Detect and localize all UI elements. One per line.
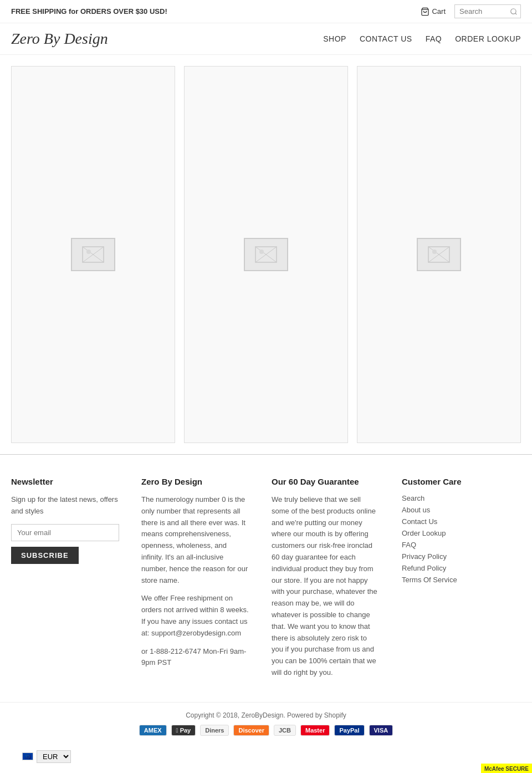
about-paragraph3: or 1-888-212-6747 Mon-Fri 9am-9pm PST	[141, 646, 249, 669]
customer-care-link-search[interactable]: Search	[402, 494, 510, 502]
product-card-2[interactable]	[184, 66, 348, 443]
product-card-3[interactable]	[357, 66, 521, 443]
payment-paypal: PayPal	[334, 725, 364, 736]
guarantee-text: We truly believe that we sell some of th…	[272, 494, 380, 679]
product-card-1[interactable]	[11, 66, 175, 443]
payment-diners: Diners	[200, 725, 229, 736]
payment-visa: VISA	[369, 725, 393, 736]
image-placeholder-icon-1	[82, 246, 104, 263]
svg-point-14	[432, 250, 437, 254]
newsletter-title: Newsletter	[11, 477, 119, 486]
svg-point-6	[86, 250, 91, 254]
payment-discover: Discover	[233, 725, 269, 736]
nav-shop[interactable]: SHOP	[323, 34, 346, 43]
cart-link[interactable]: Cart	[421, 7, 446, 16]
currency-select[interactable]: EUR USD GBP	[37, 750, 71, 763]
footer-currency: 🇪🇺 EUR USD GBP	[11, 745, 82, 769]
mcafee-badge: McAfee SECURE	[481, 764, 532, 773]
footer-guarantee: Our 60 Day Guarantee We truly believe th…	[260, 477, 391, 685]
copyright-text: Copyright © 2018, ZeroByDesign. Powered …	[11, 711, 521, 719]
product-grid	[0, 55, 532, 454]
newsletter-email-input[interactable]	[11, 524, 119, 541]
payment-amex: AMEX	[139, 725, 167, 736]
customer-care-link-faq[interactable]: FAQ	[402, 541, 510, 549]
main-nav: SHOP CONTACT US FAQ ORDER LOOKUP	[323, 34, 521, 43]
search-wrapper	[454, 4, 521, 18]
svg-point-10	[259, 250, 264, 254]
footer-main: Newsletter Sign up for the latest news, …	[0, 454, 532, 702]
about-paragraph2: We offer Free reshipment on orders not a…	[141, 593, 249, 639]
payment-apple-pay:  Pay	[171, 725, 196, 736]
newsletter-description: Sign up for the latest news, offers and …	[11, 494, 119, 517]
about-title: Zero By Design	[141, 477, 249, 486]
guarantee-title: Our 60 Day Guarantee	[272, 477, 380, 486]
customer-care-link-about[interactable]: About us	[402, 506, 510, 514]
footer-bottom: Copyright © 2018, ZeroByDesign. Powered …	[0, 702, 532, 745]
customer-care-link-order-lookup[interactable]: Order Lookup	[402, 529, 510, 537]
top-bar: FREE SHIPPING for ORDERS OVER $30 USD! C…	[0, 0, 532, 23]
customer-care-link-privacy[interactable]: Privacy Policy	[402, 552, 510, 561]
customer-care-link-contact[interactable]: Contact Us	[402, 517, 510, 526]
header: Zero By Design SHOP CONTACT US FAQ ORDER…	[0, 23, 532, 55]
payment-icons: AMEX  Pay Diners Discover JCB Master Pa…	[11, 725, 521, 736]
customer-care-title: Customer Care	[402, 477, 510, 486]
product-image-placeholder-1	[71, 238, 115, 271]
footer-about: Zero By Design The numerology number 0 i…	[130, 477, 260, 685]
currency-flag: 🇪🇺	[22, 752, 33, 760]
cart-icon	[421, 7, 429, 16]
image-placeholder-icon-3	[428, 246, 450, 263]
product-image-placeholder-3	[417, 238, 461, 271]
search-icon	[510, 8, 518, 16]
image-placeholder-icon-2	[255, 246, 277, 263]
top-bar-right: Cart	[421, 4, 521, 18]
subscribe-button[interactable]: SUBSCRIBE	[11, 547, 79, 564]
svg-point-1	[511, 8, 516, 13]
customer-care-link-terms[interactable]: Terms Of Service	[402, 576, 510, 584]
logo[interactable]: Zero By Design	[11, 30, 108, 48]
shipping-notice: FREE SHIPPING for ORDERS OVER $30 USD!	[11, 7, 167, 16]
cart-label: Cart	[432, 7, 446, 16]
payment-jcb: JCB	[274, 725, 296, 736]
nav-contact[interactable]: CONTACT US	[360, 34, 412, 43]
product-image-placeholder-2	[244, 238, 288, 271]
about-paragraph1: The numerology number 0 is the only numb…	[141, 494, 249, 586]
nav-faq[interactable]: FAQ	[426, 34, 442, 43]
customer-care-link-refund[interactable]: Refund Policy	[402, 564, 510, 572]
nav-order-lookup[interactable]: ORDER LOOKUP	[455, 34, 521, 43]
footer-newsletter: Newsletter Sign up for the latest news, …	[11, 477, 130, 685]
svg-line-2	[515, 13, 517, 14]
payment-mastercard: Master	[300, 725, 330, 736]
footer-customer-care: Customer Care Search About us Contact Us…	[391, 477, 521, 685]
footer-bottom-row: 🇪🇺 EUR USD GBP McAfee SECURE	[0, 745, 532, 773]
